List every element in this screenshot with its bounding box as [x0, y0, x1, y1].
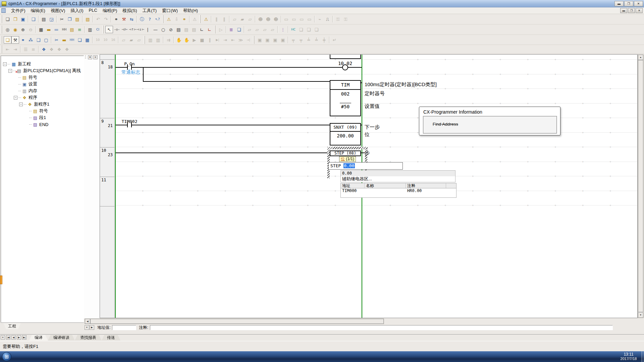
io-window-button[interactable]: ❑ — [35, 36, 42, 44]
scroll-down-button[interactable]: ▼ — [638, 312, 643, 318]
symbol-display-button[interactable]: ▬ — [60, 36, 68, 44]
tab-scroll-first[interactable]: |◀ — [6, 335, 10, 340]
zoom-in-button[interactable]: ⊕ — [19, 26, 27, 33]
instruction-tool-button[interactable]: ▤ — [175, 26, 182, 33]
fast-forward-button[interactable]: ≫ — [237, 36, 245, 44]
coil-closed-tool-button[interactable]: ⊘ — [167, 26, 175, 33]
list-bottom-button[interactable]: ≡ — [30, 46, 37, 53]
symbol-bar-button[interactable]: ▬ — [45, 26, 53, 33]
menu-item-9[interactable]: 窗口(W) — [159, 7, 180, 14]
diff-monitor5-button[interactable]: ╪ — [320, 36, 328, 44]
symbol-table-button[interactable]: ▥ — [86, 26, 94, 33]
plc-monitor1-button[interactable]: ▭ — [282, 15, 290, 23]
contact-pon-label[interactable]: P_On — [119, 61, 140, 66]
mdi-close-button[interactable]: ✕ — [636, 8, 643, 13]
transfer-to-plc-button[interactable]: ⇩ — [173, 15, 180, 23]
docked-window-indicator[interactable] — [0, 276, 2, 284]
tree-item-end[interactable]: ▨END — [1, 121, 84, 128]
indent-right-button[interactable]: ⇥ — [11, 46, 19, 53]
undo-button[interactable]: ↶ — [94, 15, 102, 23]
menu-item-3[interactable]: 视图(V) — [48, 7, 68, 14]
mdi-minimize-button[interactable]: ▬ — [620, 8, 627, 13]
step-in-button[interactable]: ⇥ — [221, 36, 229, 44]
tab-scroll-right[interactable]: ▶ — [17, 335, 21, 340]
menu-item-6[interactable]: 编程(P) — [100, 7, 120, 14]
force-on-button[interactable]: ▣ — [256, 36, 264, 44]
force-cancel-button[interactable]: ▣ — [271, 36, 279, 44]
suggestion-item-area[interactable]: 辅助继电器区... — [341, 176, 455, 182]
plc-monitor3-button[interactable]: ▭ — [298, 15, 306, 23]
vertical-scroll-thumb[interactable] — [638, 60, 643, 312]
work-online-button[interactable]: ▥ — [147, 36, 154, 44]
mnemonic-toggle-button[interactable]: ⚒ — [11, 36, 19, 44]
ladder-view-button[interactable]: ▤ — [68, 26, 76, 33]
scroll-left-button[interactable]: ◀ — [85, 319, 90, 324]
replace-all-button[interactable]: ⇆ — [128, 15, 136, 23]
cut-button[interactable]: ✂ — [58, 15, 66, 23]
about-button[interactable]: ⓘ — [138, 15, 146, 23]
diff-monitor2-button[interactable]: ╤ — [297, 36, 305, 44]
note3-button[interactable]: ▱ — [261, 26, 269, 33]
diff-monitor1-button[interactable]: ╤ — [289, 36, 297, 44]
contact-closed-button[interactable]: ⊣/⊢ — [121, 26, 128, 33]
tree-item-plc1cpm1cpm1a[interactable]: −▤×新PLC1[CPM1(CPM1A)] 离线 — [1, 67, 84, 74]
win-gray2-button[interactable]: ❏ — [305, 26, 313, 33]
grid-toggle-button[interactable]: ▦ — [37, 26, 45, 33]
menu-item-7[interactable]: 模拟(S) — [120, 7, 140, 14]
toolbar-grip[interactable] — [253, 36, 254, 44]
operand-suggestion-list[interactable]: 0.00 辅助继电器区... — [340, 170, 455, 182]
plc-monitor2-button[interactable]: ▭ — [290, 15, 298, 23]
tree-item-1[interactable]: −❖新程序1 — [1, 101, 84, 108]
ladder-horizontal-scrollbar[interactable]: ◀ — [85, 318, 384, 324]
traffic-monitor-button[interactable]: ⋮ — [279, 26, 287, 33]
diff-monitor3-button[interactable]: ╧ — [305, 36, 313, 44]
win-gray3-button[interactable]: ❏ — [313, 26, 320, 33]
maximize-button[interactable]: ❐ — [624, 1, 633, 6]
menu-item-4[interactable]: 插入(I) — [68, 7, 86, 14]
close-button[interactable]: ✕ — [634, 1, 643, 6]
tree-item-[interactable]: ▣设置 — [1, 81, 84, 87]
program-doc2-button[interactable]: ▰ — [238, 15, 246, 23]
program-doc1-button[interactable]: ▱ — [231, 15, 238, 23]
monitor-down-button[interactable]: ▰ — [127, 36, 135, 44]
editor-value-selected[interactable]: 0.00 — [343, 163, 355, 168]
step-block[interactable]: STEP (08) — [330, 150, 361, 156]
online-users3-button[interactable]: ☻ — [272, 15, 280, 23]
zoom-out-button[interactable]: ⊖ — [27, 26, 35, 33]
to-end-button[interactable]: →| — [245, 36, 252, 44]
tab-scroll-left[interactable]: ◀ — [11, 335, 16, 340]
go-previous-error-button[interactable]: ❖ — [55, 46, 63, 53]
properties-button[interactable]: ▢ — [42, 36, 50, 44]
note2-button[interactable]: ▱ — [253, 26, 261, 33]
tree-expander[interactable]: − — [3, 62, 7, 66]
monitor-up-button[interactable]: ▱ — [120, 36, 127, 44]
contact-tim002-label[interactable]: TIM002 — [117, 119, 142, 124]
select-tool-button[interactable]: ↖ — [105, 26, 113, 33]
show-desktop-button[interactable] — [641, 351, 644, 362]
run-mode-button[interactable]: ▶ — [191, 36, 198, 44]
cx-programmer-information-popup[interactable]: CX-Programmer Information Find Address — [419, 107, 560, 135]
line-connect-button[interactable]: ∟ — [198, 26, 206, 33]
mdi-restore-button[interactable]: ❐ — [628, 8, 635, 13]
plc-verify-button[interactable]: ⚠ — [202, 15, 210, 23]
horizontal-line-button[interactable]: — — [152, 26, 159, 33]
tim-block[interactable]: TIM 002 #50 — [330, 80, 361, 116]
tree-item-[interactable]: ▥内存 — [1, 87, 84, 94]
tree-expander[interactable]: − — [14, 96, 17, 100]
output-tab-1[interactable]: 编译 — [29, 335, 48, 341]
toolbar-grip[interactable] — [214, 25, 215, 34]
instruction-gray2-button[interactable]: ▤ — [190, 26, 198, 33]
toolbar-grip[interactable] — [1, 25, 2, 34]
horizontal-scroll-thumb[interactable] — [90, 319, 384, 324]
tree-item-[interactable]: −❖程序 — [1, 94, 84, 101]
hex-16-button[interactable]: 16 — [109, 36, 117, 44]
program-doc3-button[interactable]: ▱ — [246, 15, 254, 23]
toolbar-grip[interactable] — [1, 15, 2, 23]
online-edit-button[interactable]: ▥ — [154, 36, 162, 44]
ladder-editor[interactable]: ++++++++++++++++++++++++++++++++++++++++… — [100, 54, 638, 318]
tree-expander[interactable]: − — [19, 103, 23, 106]
paste-button[interactable]: ▨ — [73, 15, 81, 23]
start-button[interactable]: ⊞ — [2, 352, 11, 361]
send-changes-button[interactable]: ⇉ — [165, 36, 172, 44]
line-delete-button[interactable]: ∟ — [206, 26, 213, 33]
